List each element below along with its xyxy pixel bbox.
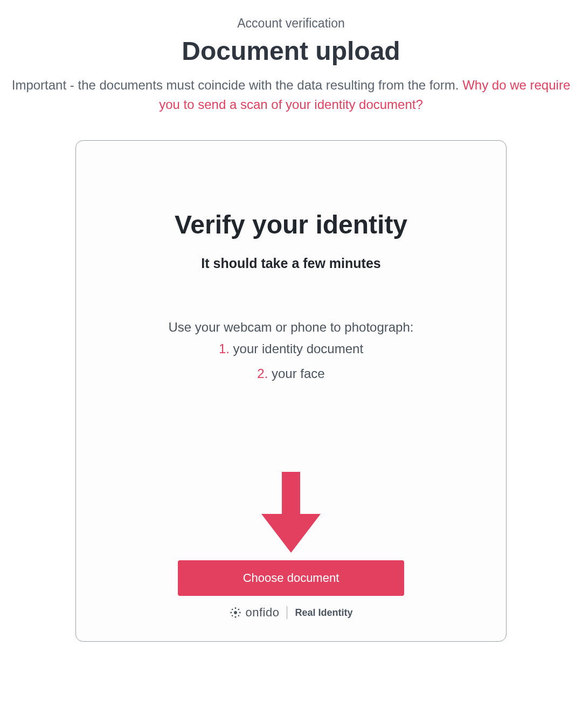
svg-point-1 [234,607,236,609]
choose-document-button[interactable]: Choose document [178,560,404,596]
card-subtitle: It should take a few minutes [201,256,380,271]
step-1-text: your identity document [230,341,363,356]
svg-point-2 [234,616,236,618]
svg-point-4 [239,612,240,614]
step-1: 1. your identity document [169,341,414,356]
important-notice: Important - the documents must coincide … [0,75,582,114]
svg-point-8 [238,615,239,617]
card-title: Verify your identity [175,210,407,239]
step-2: 2. your face [169,366,414,381]
svg-point-3 [230,612,232,614]
svg-point-5 [231,609,233,610]
svg-point-7 [231,615,233,617]
verification-card: Verify your identity It should take a fe… [75,140,507,642]
brand-name: onfido [246,606,280,620]
important-text: Important - the documents must coincide … [12,78,462,92]
svg-point-0 [234,611,237,614]
arrow-down-icon [261,472,321,553]
provider-brand: onfido Real Identity [230,606,353,620]
svg-point-6 [238,609,239,610]
step-2-number: 2. [257,366,268,381]
instructions-lead: Use your webcam or phone to photograph: [169,320,414,335]
step-2-text: your face [268,366,324,381]
breadcrumb-overline: Account verification [0,16,582,31]
onfido-logo-icon [230,607,241,619]
brand-divider [287,606,287,619]
page-title: Document upload [0,36,582,66]
step-1-number: 1. [219,341,230,356]
brand-tagline: Real Identity [295,607,352,619]
instructions-block: Use your webcam or phone to photograph: … [169,320,414,391]
